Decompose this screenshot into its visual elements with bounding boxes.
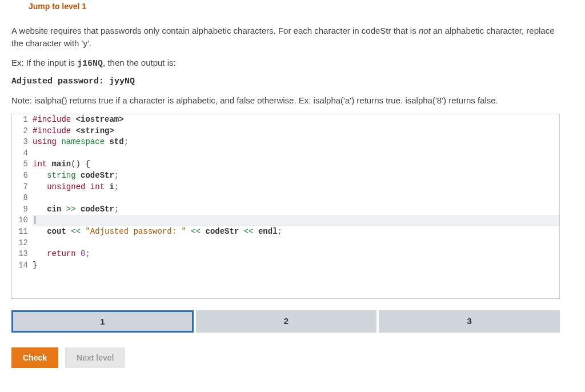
instruction-paragraph-3: Note: isalpha() returns true if a charac… (11, 94, 560, 107)
line-number: 12 (12, 238, 33, 249)
button-row: Check Next level (11, 347, 560, 368)
line-number: 10 (12, 215, 33, 226)
instr-inline-code: j16NQ (77, 59, 103, 69)
code-line[interactable]: 7 unsigned int i; (12, 182, 559, 193)
line-number: 9 (12, 204, 33, 215)
line-number: 13 (12, 249, 33, 260)
instr-not-emph: not (419, 26, 431, 35)
line-number: 4 (12, 148, 33, 159)
line-number: 3 (12, 137, 33, 148)
step-bar: 123 (11, 310, 560, 333)
line-number: 2 (12, 126, 33, 137)
line-number: 1 (12, 114, 33, 126)
code-content[interactable]: #include <string> (33, 126, 559, 137)
code-content[interactable]: string codeStr; (33, 170, 559, 182)
check-button[interactable]: Check (11, 347, 58, 368)
code-content[interactable]: unsigned int i; (33, 182, 559, 193)
line-number: 7 (12, 182, 33, 193)
code-line[interactable]: 5int main() { (12, 159, 559, 170)
line-number: 5 (12, 159, 33, 170)
line-number: 14 (12, 260, 33, 271)
instruction-paragraph-1: A website requires that passwords only c… (11, 25, 560, 50)
code-line[interactable]: 13 return 0; (12, 249, 559, 260)
instr-text: , then the output is: (103, 58, 176, 67)
code-editor[interactable]: 1#include <iostream>2#include <string>3u… (11, 114, 560, 299)
step-tab-1[interactable]: 1 (11, 310, 194, 333)
code-content[interactable]: int main() { (33, 159, 559, 170)
code-line[interactable]: 2#include <string> (12, 126, 559, 137)
line-number: 6 (12, 170, 33, 182)
code-line[interactable]: 12 (12, 238, 559, 249)
code-line[interactable]: 4 (12, 148, 559, 159)
code-line[interactable]: 3using namespace std; (12, 137, 559, 148)
code-content[interactable]: cin >> codeStr; (33, 204, 559, 215)
line-number: 8 (12, 193, 33, 204)
example-output: Adjusted password: jyyNQ (11, 77, 560, 86)
code-content[interactable]: using namespace std; (33, 137, 559, 148)
jump-to-level-link[interactable]: Jump to level 1 (29, 2, 86, 11)
code-line[interactable]: 10| (12, 215, 559, 226)
code-line[interactable]: 11 cout << "Adjusted password: " << code… (12, 226, 559, 238)
instr-text: A website requires that passwords only c… (11, 26, 419, 35)
code-line[interactable]: 9 cin >> codeStr; (12, 204, 559, 215)
code-content[interactable]: #include <iostream> (33, 114, 559, 126)
code-line[interactable]: 1#include <iostream> (12, 114, 559, 126)
code-content[interactable]: cout << "Adjusted password: " << codeStr… (33, 226, 559, 238)
next-level-button[interactable]: Next level (65, 347, 125, 368)
line-number: 11 (12, 226, 33, 238)
code-line[interactable]: 8 (12, 193, 559, 204)
code-line[interactable]: 6 string codeStr; (12, 170, 559, 182)
code-line[interactable]: 14} (12, 260, 559, 271)
step-tab-3[interactable]: 3 (379, 310, 560, 333)
code-content[interactable]: } (33, 260, 559, 271)
step-tab-2[interactable]: 2 (196, 310, 377, 333)
instr-text: Ex: If the input is (11, 58, 77, 67)
code-content[interactable]: | (33, 215, 559, 226)
instruction-paragraph-2: Ex: If the input is j16NQ, then the outp… (11, 57, 560, 70)
code-content[interactable]: return 0; (33, 249, 559, 260)
